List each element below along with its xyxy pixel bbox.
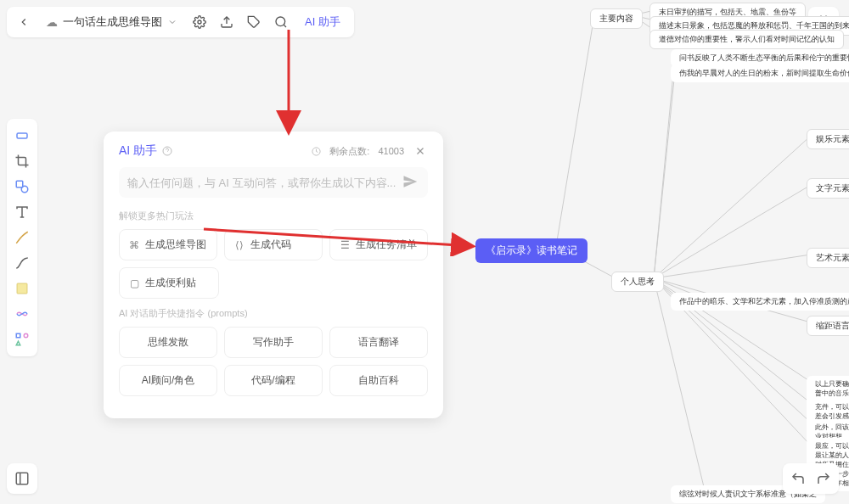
document-title[interactable]: ☁ 一句话生成思维导图 (39, 14, 184, 30)
gen-mindmap-button[interactable]: ⌘生成思维导图 (119, 229, 217, 260)
node-tool[interactable] (10, 124, 34, 148)
ai-assistant-panel: AI 助手 剩余点数: 41003 解锁更多热门玩法 ⌘生成思维导图 ⟨⟩生成代… (104, 132, 443, 418)
close-button[interactable] (413, 143, 428, 159)
redo-button[interactable] (815, 470, 832, 487)
clock-icon (312, 147, 321, 156)
cloud-icon: ☁ (46, 15, 58, 29)
doc-title-text: 一句话生成思维导图 (63, 14, 162, 30)
tag-button[interactable] (242, 10, 266, 34)
settings-button[interactable] (188, 10, 211, 34)
svg-rect-9 (17, 133, 27, 138)
points-label: 剩余点数: (329, 145, 369, 158)
text-tool[interactable] (10, 200, 34, 224)
points-value: 41003 (378, 146, 404, 156)
mindmap-node[interactable]: 道德对信仰的重要性，警示人们看对时间记忆的认知 (649, 30, 844, 49)
mindmap-icon: ⌘ (128, 239, 140, 251)
chevron-down-icon (167, 17, 177, 27)
ai-input-row[interactable] (119, 167, 428, 198)
mindmap-node[interactable]: 主要内容 (590, 8, 643, 29)
top-toolbar: ☁ 一句话生成思维导图 AI 助手 (7, 7, 354, 37)
section-prompts-label: AI 对话助手快捷指令 (prompts) (119, 307, 428, 320)
annotation-arrow-down (272, 25, 306, 136)
curve-tool[interactable] (10, 251, 34, 275)
svg-line-34 (654, 185, 811, 278)
gen-sticky-button[interactable]: ▢生成便利贴 (119, 267, 219, 299)
prompt-writing[interactable]: 写作助手 (224, 327, 323, 358)
ai-helper-button[interactable]: AI 助手 (296, 14, 349, 30)
side-toolbar (7, 119, 37, 356)
mindmap-node[interactable]: 文字元素 (807, 178, 849, 199)
code-icon: ⟨⟩ (233, 239, 245, 251)
more-shapes-tool[interactable] (10, 328, 34, 351)
svg-line-32 (654, 71, 675, 278)
svg-rect-14 (17, 283, 27, 294)
help-icon[interactable] (162, 146, 172, 156)
bottom-right-toolbar (783, 463, 839, 494)
svg-rect-17 (16, 473, 28, 484)
svg-line-35 (654, 255, 811, 278)
mindmap-node[interactable]: 缩距语言 (807, 316, 849, 336)
ai-panel-title: AI 助手 (119, 143, 172, 159)
svg-rect-15 (16, 333, 20, 338)
gen-tasklist-button[interactable]: ☰生成任务清单 (329, 229, 428, 260)
svg-rect-10 (16, 181, 23, 188)
prompt-translate[interactable]: 语言翻译 (329, 327, 428, 358)
note-tool[interactable] (10, 277, 34, 300)
shape-tool[interactable] (10, 175, 34, 199)
mindmap-node[interactable]: 伤我的早晨对人的生日的粉末，新时间提取生命价值位置则快性更是好在读者相思 (671, 64, 849, 82)
section-unlock-label: 解锁更多热门玩法 (119, 210, 428, 222)
svg-line-31 (654, 56, 675, 278)
svg-line-26 (556, 15, 594, 246)
svg-line-4 (284, 25, 286, 27)
layers-button[interactable] (7, 463, 37, 494)
back-button[interactable] (12, 10, 36, 34)
svg-point-11 (21, 186, 28, 193)
mindmap-node[interactable]: 艺术元素 (807, 248, 849, 268)
mindmap-node[interactable]: 娱乐元素 (807, 129, 849, 149)
svg-point-16 (24, 333, 28, 338)
prompt-code[interactable]: 代码/编程 (224, 365, 323, 396)
ai-prompt-input[interactable] (127, 176, 396, 189)
svg-point-0 (198, 20, 201, 24)
mindmap-canvas[interactable]: 《启示录》读书笔记 主要内容 末日审判的描写，包括天、地震、鱼份等 描述末日景象… (471, 0, 849, 504)
undo-button[interactable] (790, 470, 807, 487)
connector-tool[interactable] (10, 302, 34, 326)
prompt-wiki[interactable]: 自助百科 (329, 365, 428, 396)
gen-code-button[interactable]: ⟨⟩生成代码 (224, 229, 323, 260)
svg-line-33 (654, 136, 811, 278)
mindmap-node[interactable]: 个人思考 (611, 272, 664, 292)
prompt-role[interactable]: AI顾问/角色 (119, 365, 217, 396)
export-button[interactable] (215, 10, 239, 34)
mindmap-root-node[interactable]: 《启示录》读书笔记 (475, 238, 588, 263)
prompt-diverge[interactable]: 思维发散 (119, 327, 217, 358)
svg-point-3 (276, 17, 285, 26)
sticky-icon: ▢ (128, 277, 140, 289)
pen-tool[interactable] (10, 226, 34, 249)
search-button[interactable] (269, 10, 293, 34)
mindmap-node[interactable]: 作品中的暗乐、文学和艺术元素，加入停准质测的崩断感知 (671, 293, 849, 311)
list-icon: ☰ (339, 239, 351, 251)
send-button[interactable] (402, 174, 419, 191)
crop-tool[interactable] (10, 149, 34, 173)
